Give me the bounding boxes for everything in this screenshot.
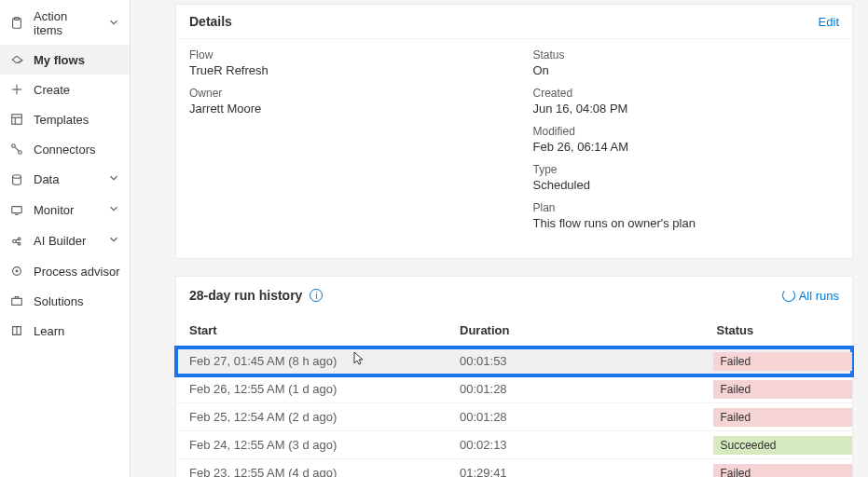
sidebar-item-my-flows[interactable]: My flows: [0, 45, 130, 75]
run-duration: 00:01:28: [447, 403, 704, 431]
history-title: 28-day run history i: [189, 288, 323, 303]
sidebar-item-label: Learn: [34, 324, 64, 338]
process-icon: [9, 264, 24, 279]
svg-point-7: [12, 144, 16, 148]
clipboard-icon: [9, 16, 24, 31]
history-card: 28-day run history i All runs Start Dura…: [175, 276, 853, 477]
data-icon: [9, 172, 24, 187]
sidebar-item-label: Create: [34, 83, 70, 97]
col-status[interactable]: Status: [704, 314, 853, 348]
sidebar-item-learn[interactable]: Learn: [0, 316, 130, 346]
learn-icon: [9, 323, 24, 338]
field-value: Jarrett Moore: [189, 102, 496, 116]
history-table: Start Duration Status Feb 27, 01:45 AM (…: [176, 314, 852, 477]
svg-line-17: [16, 241, 19, 242]
field-value: Scheduled: [533, 178, 840, 192]
field-value: Jun 16, 04:08 PM: [533, 102, 840, 116]
sidebar-item-label: Action items: [34, 9, 98, 37]
sidebar-item-monitor[interactable]: Monitor: [0, 195, 130, 225]
main-content: Details Edit FlowTrueR RefreshOwnerJarre…: [131, 0, 868, 477]
run-duration: 00:01:28: [447, 375, 704, 403]
run-duration: 00:01:53: [447, 348, 704, 375]
solutions-icon: [9, 293, 24, 308]
connectors-icon: [9, 142, 24, 157]
field-label: Type: [533, 163, 840, 176]
run-status: Succeeded: [704, 431, 853, 459]
details-right-col: StatusOnCreatedJun 16, 04:08 PMModifiedF…: [533, 48, 840, 239]
details-card: Details Edit FlowTrueR RefreshOwnerJarre…: [175, 4, 853, 259]
history-title-text: 28-day run history: [189, 288, 302, 303]
sidebar-item-label: Data: [34, 172, 59, 186]
all-runs-label: All runs: [799, 289, 839, 303]
svg-point-10: [13, 174, 21, 178]
col-start[interactable]: Start: [176, 314, 447, 348]
detail-field: ModifiedFeb 26, 06:14 AM: [533, 125, 840, 154]
sidebar-item-action-items[interactable]: Action items: [0, 2, 130, 45]
detail-field: OwnerJarrett Moore: [189, 87, 496, 116]
flow-icon: [9, 52, 24, 67]
detail-field: CreatedJun 16, 04:08 PM: [533, 87, 840, 116]
sidebar-item-connectors[interactable]: Connectors: [0, 134, 130, 164]
svg-rect-4: [12, 115, 22, 125]
chevron-down-icon: [107, 171, 120, 187]
info-icon[interactable]: i: [310, 289, 323, 302]
field-label: Created: [533, 87, 840, 100]
status-badge: Failed: [713, 408, 853, 427]
history-row[interactable]: Feb 23, 12:55 AM (4 d ago)01:29:41Failed: [176, 459, 852, 478]
chevron-down-icon: [107, 233, 120, 249]
refresh-icon: [782, 289, 795, 302]
history-row[interactable]: Feb 26, 12:55 AM (1 d ago)00:01:28Failed: [176, 375, 852, 403]
run-start: Feb 26, 12:55 AM (1 d ago): [176, 375, 447, 403]
chevron-down-icon: [107, 202, 120, 218]
sidebar-item-solutions[interactable]: Solutions: [0, 286, 130, 316]
field-label: Owner: [189, 87, 496, 100]
run-status: Failed: [704, 403, 853, 431]
field-label: Modified: [533, 125, 840, 138]
detail-field: StatusOn: [533, 48, 840, 77]
field-label: Flow: [189, 48, 496, 61]
run-status: Failed: [704, 348, 853, 375]
sidebar-item-create[interactable]: Create: [0, 75, 130, 104]
history-row[interactable]: Feb 24, 12:55 AM (3 d ago)00:02:13Succee…: [176, 431, 852, 459]
all-runs-link[interactable]: All runs: [782, 289, 839, 303]
run-start: Feb 27, 01:45 AM (8 h ago): [176, 348, 447, 375]
detail-field: PlanThis flow runs on owner's plan: [533, 201, 840, 230]
field-value: On: [533, 63, 840, 77]
history-row[interactable]: Feb 25, 12:54 AM (2 d ago)00:01:28Failed: [176, 403, 852, 431]
run-start: Feb 25, 12:54 AM (2 d ago): [176, 403, 447, 431]
templates-icon: [9, 112, 24, 127]
detail-field: FlowTrueR Refresh: [189, 48, 496, 77]
svg-point-8: [19, 151, 22, 155]
cursor-icon: [353, 351, 365, 366]
field-value: This flow runs on owner's plan: [533, 216, 840, 230]
svg-line-9: [15, 147, 19, 151]
col-duration[interactable]: Duration: [447, 314, 704, 348]
sidebar-item-label: Monitor: [34, 203, 74, 217]
run-start: Feb 23, 12:55 AM (4 d ago): [176, 459, 447, 478]
monitor-icon: [9, 203, 24, 218]
sidebar-item-ai-builder[interactable]: AI Builder: [0, 225, 130, 256]
sidebar-item-process-advisor[interactable]: Process advisor: [0, 256, 130, 286]
ai-icon: [9, 234, 24, 249]
sidebar-item-label: AI Builder: [34, 234, 86, 248]
status-badge: Failed: [713, 352, 853, 371]
chevron-down-icon: [107, 16, 120, 32]
field-label: Plan: [533, 201, 840, 214]
status-badge: Failed: [713, 464, 853, 478]
history-row[interactable]: Feb 27, 01:45 AM (8 h ago)00:01:53Failed: [176, 348, 852, 375]
status-badge: Failed: [713, 380, 853, 399]
run-start: Feb 24, 12:55 AM (3 d ago): [176, 431, 447, 459]
run-status: Failed: [704, 459, 853, 478]
details-left-col: FlowTrueR RefreshOwnerJarrett Moore: [189, 48, 496, 239]
sidebar-item-label: Templates: [34, 113, 89, 127]
run-status: Failed: [704, 375, 853, 403]
sidebar-item-label: Connectors: [34, 143, 95, 157]
sidebar: Action itemsMy flowsCreateTemplatesConne…: [0, 0, 131, 477]
edit-link[interactable]: Edit: [819, 15, 839, 29]
field-value: TrueR Refresh: [189, 63, 496, 77]
svg-point-13: [13, 239, 17, 243]
sidebar-item-data[interactable]: Data: [0, 164, 130, 195]
field-label: Status: [533, 48, 840, 61]
run-duration: 01:29:41: [447, 459, 704, 478]
sidebar-item-templates[interactable]: Templates: [0, 104, 130, 134]
